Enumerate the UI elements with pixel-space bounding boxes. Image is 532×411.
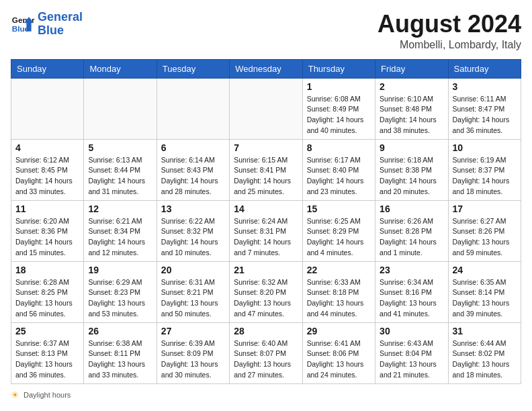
day-header-tuesday: Tuesday [157, 59, 229, 78]
calendar-cell: 19Sunrise: 6:29 AM Sunset: 8:23 PM Dayli… [84, 261, 157, 322]
footer-text: Daylight hours [24, 391, 71, 399]
day-info: Sunrise: 6:26 AM Sunset: 8:28 PM Dayligh… [380, 216, 443, 259]
day-info: Sunrise: 6:13 AM Sunset: 8:44 PM Dayligh… [88, 155, 152, 197]
day-info: Sunrise: 6:38 AM Sunset: 8:11 PM Dayligh… [88, 338, 152, 381]
day-info: Sunrise: 6:14 AM Sunset: 8:43 PM Dayligh… [161, 155, 225, 197]
week-row-4: 18Sunrise: 6:28 AM Sunset: 8:25 PM Dayli… [11, 261, 521, 322]
day-number: 5 [88, 142, 152, 153]
calendar-cell: 27Sunrise: 6:39 AM Sunset: 8:09 PM Dayli… [157, 322, 229, 383]
day-header-thursday: Thursday [302, 59, 375, 78]
day-info: Sunrise: 6:29 AM Sunset: 8:23 PM Dayligh… [88, 277, 152, 320]
day-info: Sunrise: 6:10 AM Sunset: 8:48 PM Dayligh… [380, 94, 443, 136]
day-header-wednesday: Wednesday [230, 59, 302, 78]
calendar-cell: 31Sunrise: 6:44 AM Sunset: 8:02 PM Dayli… [448, 322, 521, 383]
calendar-cell: 28Sunrise: 6:40 AM Sunset: 8:07 PM Dayli… [230, 322, 302, 383]
logo-line1: General [38, 10, 83, 24]
day-number: 20 [161, 265, 225, 275]
calendar-cell: 15Sunrise: 6:25 AM Sunset: 8:29 PM Dayli… [302, 200, 375, 261]
day-number: 28 [234, 326, 298, 336]
calendar-cell: 2Sunrise: 6:10 AM Sunset: 8:48 PM Daylig… [375, 78, 448, 139]
calendar-cell: 9Sunrise: 6:18 AM Sunset: 8:38 PM Daylig… [375, 139, 448, 200]
day-number: 23 [380, 265, 443, 275]
calendar-cell: 30Sunrise: 6:43 AM Sunset: 8:04 PM Dayli… [375, 322, 448, 383]
day-number: 7 [234, 142, 298, 153]
calendar-cell: 17Sunrise: 6:27 AM Sunset: 8:26 PM Dayli… [448, 200, 521, 261]
header: General Blue General Blue August 2024 Mo… [11, 11, 521, 51]
day-info: Sunrise: 6:33 AM Sunset: 8:18 PM Dayligh… [307, 277, 371, 320]
day-header-saturday: Saturday [448, 59, 521, 78]
calendar-cell: 14Sunrise: 6:24 AM Sunset: 8:31 PM Dayli… [230, 200, 302, 261]
logo: General Blue General Blue [11, 11, 83, 38]
day-number: 14 [234, 203, 298, 214]
calendar-cell: 8Sunrise: 6:17 AM Sunset: 8:40 PM Daylig… [302, 139, 375, 200]
calendar-header-row: SundayMondayTuesdayWednesdayThursdayFrid… [11, 59, 521, 78]
calendar-cell: 20Sunrise: 6:31 AM Sunset: 8:21 PM Dayli… [157, 261, 229, 322]
footer: ☀ Daylight hours [11, 390, 521, 400]
calendar-cell [230, 78, 302, 139]
day-info: Sunrise: 6:18 AM Sunset: 8:38 PM Dayligh… [380, 155, 443, 197]
day-number: 27 [161, 326, 225, 336]
day-info: Sunrise: 6:34 AM Sunset: 8:16 PM Dayligh… [380, 277, 443, 320]
day-info: Sunrise: 6:32 AM Sunset: 8:20 PM Dayligh… [234, 277, 298, 320]
calendar-cell: 3Sunrise: 6:11 AM Sunset: 8:47 PM Daylig… [448, 78, 521, 139]
month-year: August 2024 [378, 11, 521, 38]
week-row-1: 1Sunrise: 6:08 AM Sunset: 8:49 PM Daylig… [11, 78, 521, 139]
day-info: Sunrise: 6:08 AM Sunset: 8:49 PM Dayligh… [307, 94, 371, 136]
day-number: 29 [307, 326, 371, 336]
day-info: Sunrise: 6:39 AM Sunset: 8:09 PM Dayligh… [161, 338, 225, 381]
logo-icon: General Blue [11, 12, 35, 36]
day-number: 8 [307, 142, 371, 153]
calendar-cell: 5Sunrise: 6:13 AM Sunset: 8:44 PM Daylig… [84, 139, 157, 200]
location: Mombelli, Lombardy, Italy [378, 39, 521, 51]
calendar-cell: 10Sunrise: 6:19 AM Sunset: 8:37 PM Dayli… [448, 139, 521, 200]
day-info: Sunrise: 6:11 AM Sunset: 8:47 PM Dayligh… [453, 94, 517, 136]
title-area: August 2024 Mombelli, Lombardy, Italy [378, 11, 521, 51]
calendar-cell: 25Sunrise: 6:37 AM Sunset: 8:13 PM Dayli… [11, 322, 84, 383]
calendar-cell: 12Sunrise: 6:21 AM Sunset: 8:34 PM Dayli… [84, 200, 157, 261]
day-number: 1 [307, 81, 371, 92]
day-info: Sunrise: 6:41 AM Sunset: 8:06 PM Dayligh… [307, 338, 371, 381]
day-info: Sunrise: 6:44 AM Sunset: 8:02 PM Dayligh… [453, 338, 517, 381]
day-number: 15 [307, 203, 371, 214]
day-number: 25 [15, 326, 79, 336]
day-number: 21 [234, 265, 298, 275]
week-row-3: 11Sunrise: 6:20 AM Sunset: 8:36 PM Dayli… [11, 200, 521, 261]
day-number: 11 [15, 203, 79, 214]
day-number: 10 [453, 142, 517, 153]
day-info: Sunrise: 6:24 AM Sunset: 8:31 PM Dayligh… [234, 216, 298, 259]
day-number: 19 [88, 265, 152, 275]
day-info: Sunrise: 6:35 AM Sunset: 8:14 PM Dayligh… [453, 277, 517, 320]
day-info: Sunrise: 6:25 AM Sunset: 8:29 PM Dayligh… [307, 216, 371, 259]
calendar-cell: 18Sunrise: 6:28 AM Sunset: 8:25 PM Dayli… [11, 261, 84, 322]
day-number: 4 [15, 142, 79, 153]
day-number: 18 [15, 265, 79, 275]
day-number: 16 [380, 203, 443, 214]
day-number: 12 [88, 203, 152, 214]
day-number: 13 [161, 203, 225, 214]
week-row-2: 4Sunrise: 6:12 AM Sunset: 8:45 PM Daylig… [11, 139, 521, 200]
calendar-cell: 13Sunrise: 6:22 AM Sunset: 8:32 PM Dayli… [157, 200, 229, 261]
day-number: 17 [453, 203, 517, 214]
day-info: Sunrise: 6:28 AM Sunset: 8:25 PM Dayligh… [15, 277, 79, 320]
calendar-cell: 4Sunrise: 6:12 AM Sunset: 8:45 PM Daylig… [11, 139, 84, 200]
day-number: 2 [380, 81, 443, 92]
calendar-table: SundayMondayTuesdayWednesdayThursdayFrid… [11, 59, 521, 384]
day-header-friday: Friday [375, 59, 448, 78]
day-info: Sunrise: 6:19 AM Sunset: 8:37 PM Dayligh… [453, 155, 517, 197]
day-info: Sunrise: 6:37 AM Sunset: 8:13 PM Dayligh… [15, 338, 79, 381]
day-number: 6 [161, 142, 225, 153]
calendar-cell: 16Sunrise: 6:26 AM Sunset: 8:28 PM Dayli… [375, 200, 448, 261]
calendar-cell: 26Sunrise: 6:38 AM Sunset: 8:11 PM Dayli… [84, 322, 157, 383]
calendar-cell: 1Sunrise: 6:08 AM Sunset: 8:49 PM Daylig… [302, 78, 375, 139]
day-info: Sunrise: 6:27 AM Sunset: 8:26 PM Dayligh… [453, 216, 517, 259]
calendar-cell: 6Sunrise: 6:14 AM Sunset: 8:43 PM Daylig… [157, 139, 229, 200]
day-info: Sunrise: 6:12 AM Sunset: 8:45 PM Dayligh… [15, 155, 79, 197]
calendar-cell: 11Sunrise: 6:20 AM Sunset: 8:36 PM Dayli… [11, 200, 84, 261]
week-row-5: 25Sunrise: 6:37 AM Sunset: 8:13 PM Dayli… [11, 322, 521, 383]
day-info: Sunrise: 6:31 AM Sunset: 8:21 PM Dayligh… [161, 277, 225, 320]
day-number: 31 [453, 326, 517, 336]
day-number: 30 [380, 326, 443, 336]
day-info: Sunrise: 6:43 AM Sunset: 8:04 PM Dayligh… [380, 338, 443, 381]
calendar-cell: 22Sunrise: 6:33 AM Sunset: 8:18 PM Dayli… [302, 261, 375, 322]
day-info: Sunrise: 6:20 AM Sunset: 8:36 PM Dayligh… [15, 216, 79, 259]
